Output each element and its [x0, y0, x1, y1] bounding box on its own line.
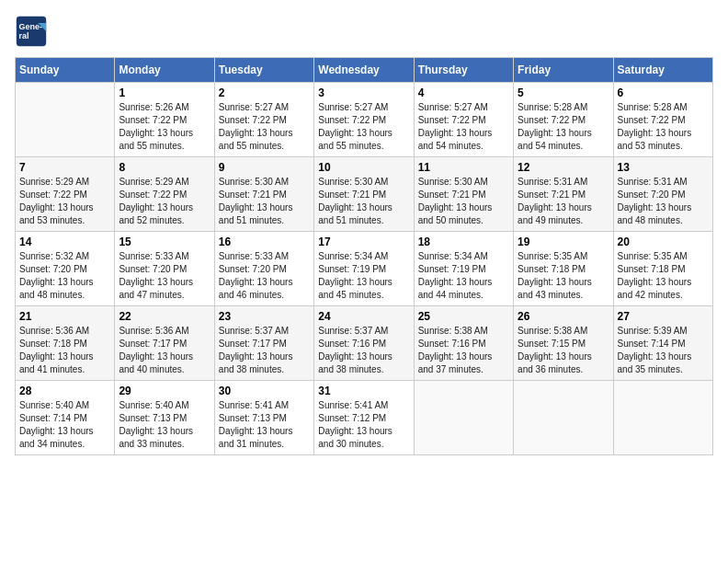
calendar-table: SundayMondayTuesdayWednesdayThursdayFrid…	[15, 57, 713, 455]
day-number: 4	[418, 86, 509, 99]
weekday-header-saturday: Saturday	[613, 58, 712, 83]
calendar-cell: 31Sunrise: 5:41 AM Sunset: 7:12 PM Dayli…	[314, 381, 414, 455]
calendar-cell: 4Sunrise: 5:27 AM Sunset: 7:22 PM Daylig…	[414, 83, 513, 157]
day-number: 14	[19, 236, 110, 248]
calendar-cell: 24Sunrise: 5:37 AM Sunset: 7:16 PM Dayli…	[314, 306, 414, 381]
day-info: Sunrise: 5:41 AM Sunset: 7:12 PM Dayligh…	[318, 399, 409, 451]
day-number: 5	[518, 86, 609, 99]
day-info: Sunrise: 5:38 AM Sunset: 7:16 PM Dayligh…	[418, 325, 509, 376]
calendar-cell	[414, 381, 513, 455]
weekday-header-sunday: Sunday	[16, 58, 115, 83]
weekday-header-friday: Friday	[514, 58, 613, 83]
day-number: 21	[19, 310, 110, 323]
day-number: 26	[518, 310, 609, 323]
calendar-cell: 15Sunrise: 5:33 AM Sunset: 7:20 PM Dayli…	[115, 232, 214, 306]
day-number: 27	[618, 310, 709, 323]
calendar-cell	[16, 83, 115, 157]
calendar-cell: 9Sunrise: 5:30 AM Sunset: 7:21 PM Daylig…	[214, 157, 313, 232]
day-number: 8	[119, 161, 210, 174]
calendar-cell: 7Sunrise: 5:29 AM Sunset: 7:22 PM Daylig…	[16, 157, 115, 232]
calendar-week-3: 14Sunrise: 5:32 AM Sunset: 7:20 PM Dayli…	[16, 232, 713, 306]
day-number: 23	[219, 310, 310, 323]
logo: Gene- ral	[15, 15, 51, 48]
day-info: Sunrise: 5:32 AM Sunset: 7:20 PM Dayligh…	[19, 250, 110, 302]
day-info: Sunrise: 5:38 AM Sunset: 7:15 PM Dayligh…	[518, 325, 609, 376]
calendar-cell: 25Sunrise: 5:38 AM Sunset: 7:16 PM Dayli…	[414, 306, 513, 381]
calendar-cell: 27Sunrise: 5:39 AM Sunset: 7:14 PM Dayli…	[613, 306, 712, 381]
day-number: 1	[119, 86, 210, 99]
calendar-week-1: 1Sunrise: 5:26 AM Sunset: 7:22 PM Daylig…	[16, 83, 713, 157]
day-info: Sunrise: 5:28 AM Sunset: 7:22 PM Dayligh…	[518, 101, 609, 153]
day-info: Sunrise: 5:34 AM Sunset: 7:19 PM Dayligh…	[318, 250, 409, 302]
calendar-cell: 21Sunrise: 5:36 AM Sunset: 7:18 PM Dayli…	[16, 306, 115, 381]
day-number: 20	[618, 236, 709, 248]
day-number: 15	[119, 236, 210, 248]
weekday-header-tuesday: Tuesday	[214, 58, 313, 83]
day-info: Sunrise: 5:34 AM Sunset: 7:19 PM Dayligh…	[418, 250, 509, 302]
day-number: 22	[119, 310, 210, 323]
day-number: 16	[219, 236, 310, 248]
day-info: Sunrise: 5:26 AM Sunset: 7:22 PM Dayligh…	[119, 101, 210, 153]
day-number: 24	[318, 310, 409, 323]
calendar-cell	[514, 381, 613, 455]
day-number: 18	[418, 236, 509, 248]
calendar-header: SundayMondayTuesdayWednesdayThursdayFrid…	[16, 58, 713, 83]
calendar-cell: 13Sunrise: 5:31 AM Sunset: 7:20 PM Dayli…	[613, 157, 712, 232]
day-number: 25	[418, 310, 509, 323]
day-info: Sunrise: 5:40 AM Sunset: 7:14 PM Dayligh…	[19, 399, 110, 451]
day-number: 3	[318, 86, 409, 99]
day-info: Sunrise: 5:31 AM Sunset: 7:20 PM Dayligh…	[618, 176, 709, 227]
calendar-body: 1Sunrise: 5:26 AM Sunset: 7:22 PM Daylig…	[16, 83, 713, 455]
page-header: Gene- ral	[15, 15, 713, 48]
calendar-cell: 11Sunrise: 5:30 AM Sunset: 7:21 PM Dayli…	[414, 157, 513, 232]
calendar-cell: 1Sunrise: 5:26 AM Sunset: 7:22 PM Daylig…	[115, 83, 214, 157]
weekday-header-wednesday: Wednesday	[314, 58, 414, 83]
day-info: Sunrise: 5:33 AM Sunset: 7:20 PM Dayligh…	[219, 250, 310, 302]
calendar-cell: 18Sunrise: 5:34 AM Sunset: 7:19 PM Dayli…	[414, 232, 513, 306]
calendar-cell: 8Sunrise: 5:29 AM Sunset: 7:22 PM Daylig…	[115, 157, 214, 232]
calendar-cell: 16Sunrise: 5:33 AM Sunset: 7:20 PM Dayli…	[214, 232, 313, 306]
day-number: 19	[518, 236, 609, 248]
day-info: Sunrise: 5:29 AM Sunset: 7:22 PM Dayligh…	[119, 176, 210, 227]
calendar-cell: 17Sunrise: 5:34 AM Sunset: 7:19 PM Dayli…	[314, 232, 414, 306]
day-info: Sunrise: 5:36 AM Sunset: 7:17 PM Dayligh…	[119, 325, 210, 376]
day-info: Sunrise: 5:29 AM Sunset: 7:22 PM Dayligh…	[19, 176, 110, 227]
calendar-cell: 10Sunrise: 5:30 AM Sunset: 7:21 PM Dayli…	[314, 157, 414, 232]
day-info: Sunrise: 5:39 AM Sunset: 7:14 PM Dayligh…	[618, 325, 709, 376]
weekday-header-thursday: Thursday	[414, 58, 513, 83]
day-info: Sunrise: 5:30 AM Sunset: 7:21 PM Dayligh…	[219, 176, 310, 227]
weekday-header-monday: Monday	[115, 58, 214, 83]
calendar-cell: 12Sunrise: 5:31 AM Sunset: 7:21 PM Dayli…	[514, 157, 613, 232]
day-number: 2	[219, 86, 310, 99]
day-info: Sunrise: 5:30 AM Sunset: 7:21 PM Dayligh…	[318, 176, 409, 227]
calendar-cell: 5Sunrise: 5:28 AM Sunset: 7:22 PM Daylig…	[514, 83, 613, 157]
calendar-cell: 6Sunrise: 5:28 AM Sunset: 7:22 PM Daylig…	[613, 83, 712, 157]
calendar-week-2: 7Sunrise: 5:29 AM Sunset: 7:22 PM Daylig…	[16, 157, 713, 232]
calendar-cell: 3Sunrise: 5:27 AM Sunset: 7:22 PM Daylig…	[314, 83, 414, 157]
day-number: 12	[518, 161, 609, 174]
day-info: Sunrise: 5:35 AM Sunset: 7:18 PM Dayligh…	[518, 250, 609, 302]
day-info: Sunrise: 5:27 AM Sunset: 7:22 PM Dayligh…	[219, 101, 310, 153]
calendar-cell: 20Sunrise: 5:35 AM Sunset: 7:18 PM Dayli…	[613, 232, 712, 306]
calendar-cell: 26Sunrise: 5:38 AM Sunset: 7:15 PM Dayli…	[514, 306, 613, 381]
day-info: Sunrise: 5:30 AM Sunset: 7:21 PM Dayligh…	[418, 176, 509, 227]
calendar-week-5: 28Sunrise: 5:40 AM Sunset: 7:14 PM Dayli…	[16, 381, 713, 455]
day-number: 9	[219, 161, 310, 174]
day-number: 11	[418, 161, 509, 174]
day-number: 10	[318, 161, 409, 174]
day-info: Sunrise: 5:33 AM Sunset: 7:20 PM Dayligh…	[119, 250, 210, 302]
day-info: Sunrise: 5:31 AM Sunset: 7:21 PM Dayligh…	[518, 176, 609, 227]
weekday-header-row: SundayMondayTuesdayWednesdayThursdayFrid…	[16, 58, 713, 83]
day-number: 7	[19, 161, 110, 174]
day-info: Sunrise: 5:37 AM Sunset: 7:16 PM Dayligh…	[318, 325, 409, 376]
day-info: Sunrise: 5:36 AM Sunset: 7:18 PM Dayligh…	[19, 325, 110, 376]
calendar-cell: 23Sunrise: 5:37 AM Sunset: 7:17 PM Dayli…	[214, 306, 313, 381]
day-number: 30	[219, 385, 310, 397]
day-number: 6	[618, 86, 709, 99]
calendar-week-4: 21Sunrise: 5:36 AM Sunset: 7:18 PM Dayli…	[16, 306, 713, 381]
calendar-cell: 14Sunrise: 5:32 AM Sunset: 7:20 PM Dayli…	[16, 232, 115, 306]
day-info: Sunrise: 5:40 AM Sunset: 7:13 PM Dayligh…	[119, 399, 210, 451]
calendar-cell: 30Sunrise: 5:41 AM Sunset: 7:13 PM Dayli…	[214, 381, 313, 455]
logo-icon: Gene- ral	[15, 15, 48, 48]
day-info: Sunrise: 5:41 AM Sunset: 7:13 PM Dayligh…	[219, 399, 310, 451]
